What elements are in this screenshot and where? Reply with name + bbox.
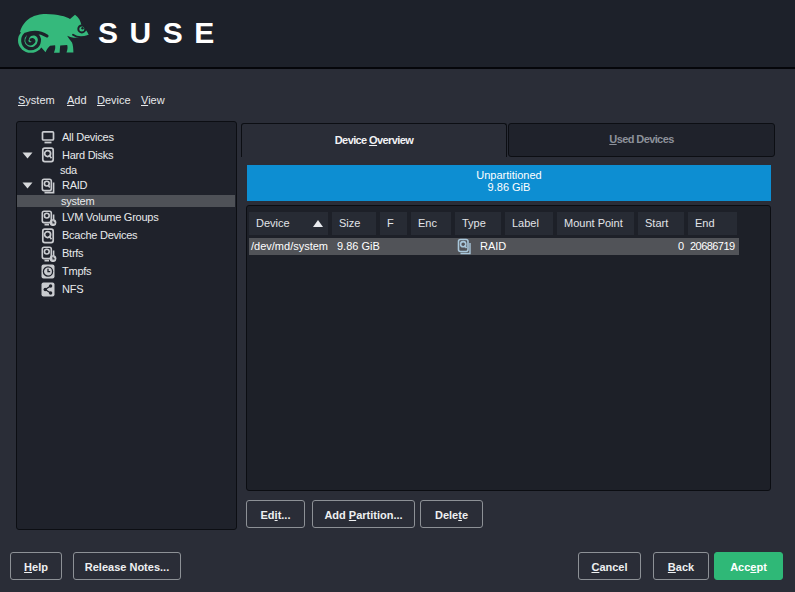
svg-text:SUSE: SUSE xyxy=(98,16,226,49)
